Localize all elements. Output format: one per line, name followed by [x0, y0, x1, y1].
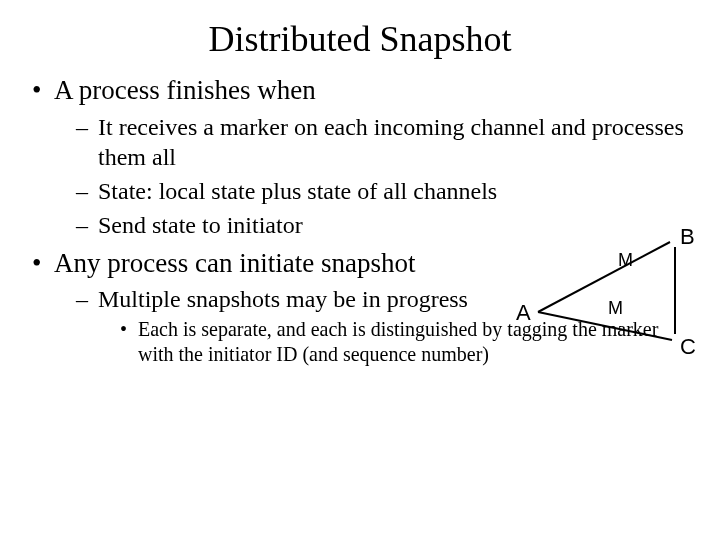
- sub-1-1: It receives a marker on each incoming ch…: [76, 112, 692, 173]
- edge-a-b-label: M: [618, 250, 633, 270]
- sub-2-1-text: Multiple snapshots may be in progress: [98, 286, 468, 312]
- bullet-2-text: Any process can initiate snapshot: [54, 248, 415, 278]
- node-b-label: B: [680, 224, 695, 249]
- slide-title: Distributed Snapshot: [28, 18, 692, 60]
- bullet-1-text: A process finishes when: [54, 75, 316, 105]
- snapshot-diagram: M M A B C: [510, 222, 700, 362]
- node-c-label: C: [680, 334, 696, 359]
- bullet-1: A process finishes when It receives a ma…: [28, 74, 692, 241]
- edge-a-c-label: M: [608, 298, 623, 318]
- edge-a-c: [538, 312, 672, 340]
- edge-a-b: [538, 242, 670, 312]
- node-a-label: A: [516, 300, 531, 325]
- sub-1-2: State: local state plus state of all cha…: [76, 176, 692, 207]
- slide: Distributed Snapshot A process finishes …: [0, 0, 720, 540]
